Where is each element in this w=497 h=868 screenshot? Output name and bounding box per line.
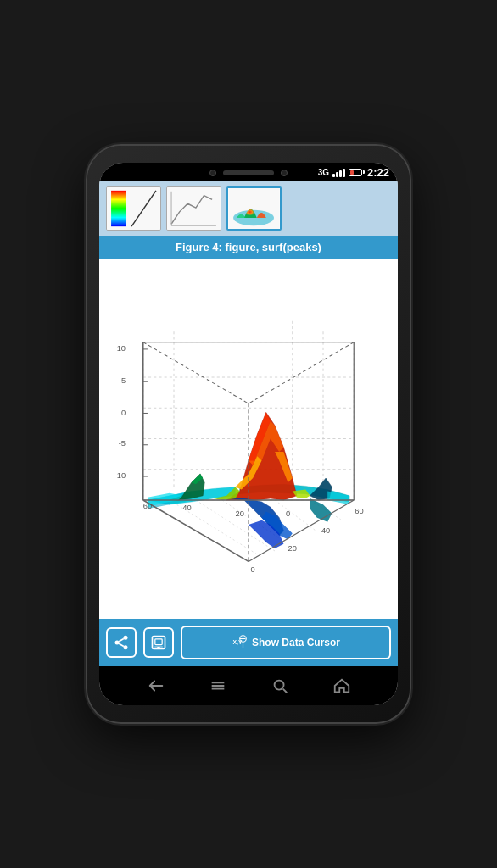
back-icon xyxy=(147,676,165,695)
home-icon xyxy=(332,676,351,695)
phone-screen: 3G 2:22 xyxy=(99,163,398,705)
battery-icon xyxy=(349,169,362,176)
plot-area[interactable]: 10 5 0 -5 -10 60 40 20 0 xyxy=(99,259,398,619)
y-label-0: 0 xyxy=(251,565,255,574)
signal-bar-1 xyxy=(332,174,335,177)
z-label-5: 5 xyxy=(121,376,126,385)
android-nav-bar xyxy=(99,666,398,705)
cursor-icon: X,Y xyxy=(232,635,247,650)
phone-frame: 3G 2:22 xyxy=(87,146,410,722)
thumbnail-1[interactable] xyxy=(106,186,161,231)
svg-rect-3 xyxy=(167,187,221,230)
bottom-toolbar: X,Y Show Data Cursor xyxy=(99,619,398,666)
search-button[interactable] xyxy=(267,673,293,698)
x-label-40: 40 xyxy=(182,504,191,512)
back-button[interactable] xyxy=(143,673,169,698)
thumbnail-2-canvas xyxy=(167,187,221,230)
svg-line-46 xyxy=(119,638,124,641)
app-screen: 3G 2:22 xyxy=(99,163,398,705)
menu-button[interactable] xyxy=(205,673,231,698)
z-label-0: 0 xyxy=(121,409,126,417)
home-button[interactable] xyxy=(329,673,355,698)
z-label-neg5: -5 xyxy=(119,439,126,448)
signal-bar-3 xyxy=(339,170,342,177)
y-label-40: 40 xyxy=(321,526,330,535)
svg-point-43 xyxy=(115,641,120,645)
svg-text:X,Y: X,Y xyxy=(232,639,242,646)
svg-line-58 xyxy=(282,689,287,693)
y-label-20: 20 xyxy=(288,544,297,553)
svg-rect-1 xyxy=(111,191,126,226)
x-label-60: 60 xyxy=(143,502,152,510)
svg-point-44 xyxy=(124,645,128,649)
signal-bars xyxy=(332,167,345,177)
x-label-20: 20 xyxy=(235,509,243,518)
thumbnail-strip xyxy=(99,181,398,236)
view-button[interactable] xyxy=(143,627,174,658)
show-data-cursor-button[interactable]: X,Y Show Data Cursor xyxy=(181,626,391,659)
share-button[interactable] xyxy=(106,627,137,658)
svg-line-45 xyxy=(119,643,124,646)
svg-rect-48 xyxy=(155,639,162,645)
menu-icon xyxy=(209,676,227,695)
figure-title: Figure 4: figure, surf(peaks) xyxy=(99,236,398,259)
thumbnail-3[interactable] xyxy=(226,186,282,231)
x-label-0: 0 xyxy=(286,509,290,518)
figure-title-text: Figure 4: figure, surf(peaks) xyxy=(176,241,321,253)
z-label-neg10: -10 xyxy=(114,471,126,480)
z-label-10: 10 xyxy=(117,344,126,353)
battery-fill xyxy=(350,170,354,175)
cursor-button-label: Show Data Cursor xyxy=(252,637,340,648)
thumbnail-2[interactable] xyxy=(166,186,221,231)
thumbnail-3-canvas xyxy=(228,188,280,229)
network-label: 3G xyxy=(318,168,329,177)
svg-point-42 xyxy=(124,636,128,640)
speaker-grill xyxy=(223,170,274,175)
surf-plot-svg: 10 5 0 -5 -10 60 40 20 0 xyxy=(99,259,398,619)
y-label-60: 60 xyxy=(355,507,363,515)
front-camera xyxy=(209,170,216,176)
share-icon xyxy=(113,634,130,651)
thumbnail-1-canvas xyxy=(107,187,160,230)
front-camera-right xyxy=(281,170,288,176)
svg-point-57 xyxy=(274,681,283,690)
clock: 2:22 xyxy=(367,166,389,179)
phone-hardware-top xyxy=(209,170,288,176)
search-icon xyxy=(271,676,289,695)
signal-bar-4 xyxy=(343,169,345,177)
view-icon xyxy=(150,634,167,651)
signal-bar-2 xyxy=(336,172,338,177)
